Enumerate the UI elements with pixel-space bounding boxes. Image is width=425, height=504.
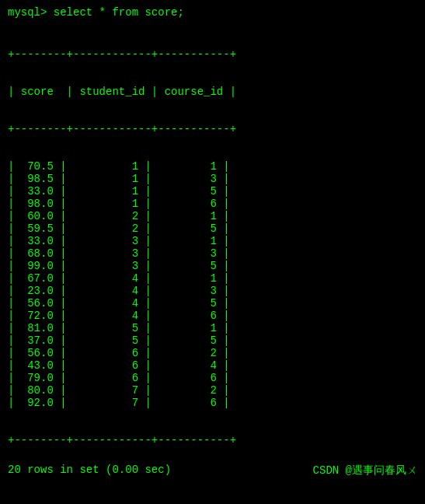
- table-row: | 59.5 | 2 | 5 |: [8, 222, 417, 235]
- table-row: | 72.0 | 4 | 6 |: [8, 310, 417, 322]
- table-row: | 98.0 | 1 | 6 |: [8, 198, 417, 210]
- table-header: | score | student_id | course_id |: [8, 86, 417, 98]
- table-row: | 56.0 | 4 | 5 |: [8, 297, 417, 310]
- footer-left: 20 rows in set (0.00 sec): [8, 464, 171, 478]
- table-row: | 43.0 | 6 | 4 |: [8, 359, 417, 372]
- footer-right: CSDN @遇事问春风ㄨ: [313, 464, 417, 478]
- table-row: | 56.0 | 6 | 2 |: [8, 347, 417, 359]
- table-row: | 60.0 | 2 | 1 |: [8, 210, 417, 222]
- table-row: | 67.0 | 4 | 1 |: [8, 272, 417, 285]
- table-row: | 98.5 | 1 | 3 |: [8, 173, 417, 185]
- footer: 20 rows in set (0.00 sec) CSDN @遇事问春风ㄨ: [8, 464, 417, 478]
- table-row: | 81.0 | 5 | 1 |: [8, 322, 417, 334]
- table-row: | 79.0 | 6 | 6 |: [8, 372, 417, 384]
- table-row: | 37.0 | 5 | 5 |: [8, 334, 417, 347]
- separator-mid: +--------+------------+-----------+: [8, 123, 417, 135]
- separator-top: +--------+------------+-----------+: [8, 48, 417, 61]
- separator-bottom: +--------+------------+-----------+: [8, 434, 417, 446]
- table-row: | 33.0 | 1 | 5 |: [8, 185, 417, 198]
- table-row: | 68.0 | 3 | 3 |: [8, 247, 417, 260]
- table-container: +--------+------------+-----------+ | sc…: [8, 23, 417, 459]
- table-row: | 80.0 | 7 | 2 |: [8, 384, 417, 397]
- table-body: | 70.5 | 1 | 1 || 98.5 | 1 | 3 || 33.0 |…: [8, 160, 417, 409]
- table-row: | 70.5 | 1 | 1 |: [8, 160, 417, 173]
- table-row: | 99.0 | 3 | 5 |: [8, 260, 417, 272]
- table-row: | 92.0 | 7 | 6 |: [8, 397, 417, 409]
- command-line: mysql> select * from score;: [8, 6, 417, 19]
- table-row: | 33.0 | 3 | 1 |: [8, 235, 417, 247]
- table-row: | 23.0 | 4 | 3 |: [8, 285, 417, 297]
